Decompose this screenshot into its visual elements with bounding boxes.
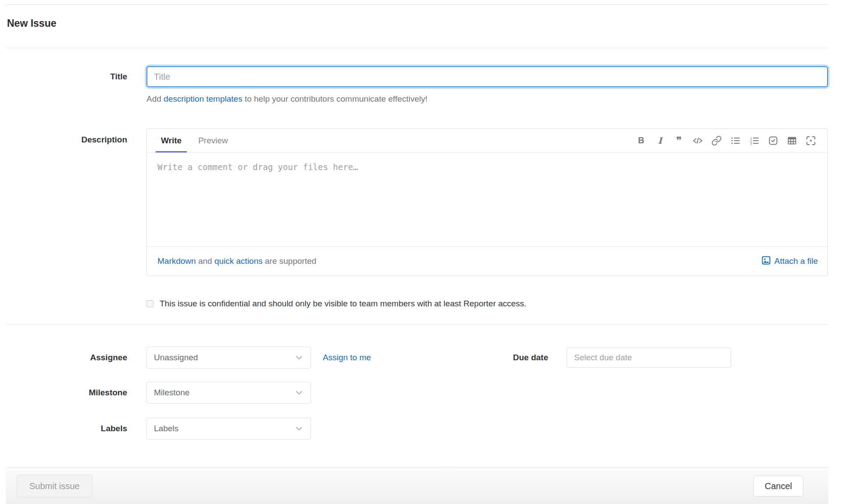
help-prefix: Add [146,94,164,103]
table-icon[interactable] [787,135,797,146]
editor-header: Write Preview B I ❞ 123 [147,129,828,153]
attach-file-button[interactable]: Attach a file [761,256,818,267]
section-divider [6,324,828,325]
description-templates-link[interactable]: description templates [164,94,243,103]
due-date-group: Due date [513,348,731,368]
due-date-label: Due date [513,353,548,362]
title-label: Title [6,71,146,82]
markdown-link[interactable]: Markdown [157,256,196,266]
form-actions-bar: Submit issue Cancel [6,467,828,504]
supported-text: are supported [263,256,317,266]
code-icon[interactable] [692,135,703,146]
chevron-down-icon [295,388,303,397]
assign-to-me-link[interactable]: Assign to me [323,353,371,362]
assignee-label: Assignee [6,352,146,363]
tab-write[interactable]: Write [156,129,187,152]
milestone-label: Milestone [6,387,146,398]
confidential-label: This issue is confidential and should on… [160,298,526,309]
milestone-value: Milestone [154,388,189,398]
markdown-help-text: Markdown and quick actions are supported [157,256,316,266]
attach-file-label: Attach a file [774,256,818,266]
labels-row: Labels Labels [6,418,828,440]
milestone-row: Milestone Milestone [6,382,828,404]
help-suffix: to help your contributors communicate ef… [243,94,428,103]
description-label: Description [6,128,146,276]
due-date-input[interactable] [567,348,731,368]
svg-text:3: 3 [750,142,752,146]
title-help-text: Add description templates to help your c… [146,93,828,105]
milestone-dropdown[interactable]: Milestone [146,382,311,404]
submit-issue-button[interactable]: Submit issue [17,475,93,497]
tab-preview[interactable]: Preview [193,129,233,152]
assignee-dropdown[interactable]: Unassigned [146,347,311,369]
italic-icon[interactable]: I [655,135,665,146]
chevron-down-icon [295,424,303,433]
link-icon[interactable] [711,135,722,146]
bulleted-list-icon[interactable] [730,135,741,146]
attach-image-icon [761,256,771,267]
assignee-row: Assignee Unassigned Assign to me Due dat… [6,347,828,369]
and-text: and [196,256,214,266]
markdown-toolbar: B I ❞ 123 [636,129,819,152]
title-input[interactable] [146,66,828,87]
editor-footer: Markdown and quick actions are supported… [147,246,828,276]
labels-label: Labels [6,423,146,434]
new-issue-form: New Issue Title Add description template… [6,4,828,440]
editor-body [147,153,828,246]
fullscreen-icon[interactable] [806,135,816,146]
numbered-list-icon[interactable]: 123 [749,135,760,146]
description-textarea[interactable] [147,153,828,246]
confidential-checkbox[interactable] [146,300,153,307]
page-header: New Issue [6,4,828,48]
confidential-row: This issue is confidential and should on… [146,298,828,309]
markdown-editor: Write Preview B I ❞ 123 [146,128,828,276]
quick-actions-link[interactable]: quick actions [214,256,263,266]
cancel-button[interactable]: Cancel [753,476,803,497]
task-list-icon[interactable] [768,135,778,146]
quote-icon[interactable]: ❞ [674,135,684,146]
assignee-value: Unassigned [154,353,198,362]
labels-dropdown[interactable]: Labels [146,418,311,440]
page-title: New Issue [6,5,828,48]
chevron-down-icon [295,353,303,362]
labels-value: Labels [154,424,178,433]
bold-icon[interactable]: B [636,135,646,146]
title-row: Title [6,66,828,87]
description-row: Description Write Preview B I ❞ [6,128,828,276]
